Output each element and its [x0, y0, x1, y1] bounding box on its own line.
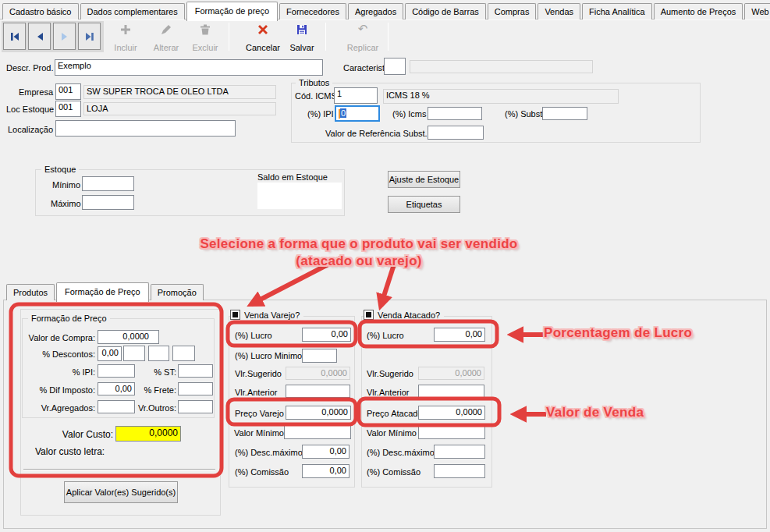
first-record-button[interactable] [3, 23, 26, 50]
empresa-name-field: SW SUPER TROCA DE OLEO LTDA [83, 85, 276, 99]
valor-ref-label: Valor de Referência Subst. [325, 129, 428, 138]
dif-imposto-label: % Dif Imposto: [30, 385, 95, 395]
tab-agregados[interactable]: Agregados [348, 3, 403, 20]
tab-web[interactable]: Web [744, 3, 770, 20]
venda-atacado-checkbox[interactable] [364, 310, 374, 320]
subtab-promocao[interactable]: Promoção [151, 284, 204, 300]
empresa-code-input[interactable]: 001 [55, 83, 81, 100]
record-navigator [2, 21, 104, 52]
varejo-desc-max-input[interactable]: 0,00 [302, 445, 350, 459]
tab-fornecedores[interactable]: Fornecedores [279, 3, 346, 20]
subtab-formacao-de-preco[interactable]: Formação de Preço [56, 282, 149, 302]
tab-compras[interactable]: Compras [488, 3, 537, 20]
descr-prod-label: Descr. Prod. [6, 63, 54, 73]
varejo-comissao-label: (%) Comissão [235, 467, 289, 477]
tab-aumento-de-precos[interactable]: Aumento de Preços [654, 3, 743, 20]
venda-atacado-group [361, 316, 492, 488]
desconto-3-input[interactable] [148, 346, 169, 361]
formacao-ipi-input[interactable] [98, 364, 135, 378]
caracteristica-code-input[interactable] [384, 58, 406, 75]
replicar-button[interactable]: ↶ Replicar [340, 23, 385, 52]
incluir-button[interactable]: Incluir [105, 23, 147, 52]
atacado-lucro-input[interactable]: 0,00 [434, 328, 485, 342]
icms-pct-label: (%) Icms [392, 109, 426, 119]
descr-prod-input[interactable]: Exemplo [55, 59, 323, 76]
floppy-disk-icon [296, 23, 308, 36]
subtab-produtos[interactable]: Produtos [6, 284, 55, 300]
valor-compra-input[interactable]: 0,0000 [98, 330, 159, 344]
venda-atacado-caption: Venda Atacado? [364, 310, 444, 320]
varejo-sugerido-field: 0,0000 [286, 367, 350, 380]
tab-dados-complementares[interactable]: Dados complementares [80, 3, 185, 20]
estoque-maximo-input[interactable] [82, 195, 134, 210]
atacado-comissao-input[interactable] [434, 464, 485, 478]
estoque-minimo-input[interactable] [82, 176, 134, 191]
tab-formacao-de-preco[interactable]: Formação de preço [186, 2, 278, 21]
atacado-minimo-input[interactable] [418, 425, 485, 439]
tab-ficha-analitica[interactable]: Ficha Analítica [582, 3, 652, 20]
localizacao-input[interactable] [55, 120, 236, 137]
varejo-lucro-min-label: (%) Lucro Minimo [235, 351, 302, 360]
atacado-minimo-label: Valor Mínimo [367, 428, 417, 438]
tab-codigo-de-barras[interactable]: Código de Barras [405, 3, 486, 20]
plus-icon [119, 23, 132, 36]
ajuste-estoque-button[interactable]: Ajuste de Estoque [388, 171, 460, 188]
varejo-lucro-min-input[interactable] [302, 349, 337, 363]
salvar-button[interactable]: Salvar [284, 23, 320, 52]
desconto-2-input[interactable] [123, 346, 145, 361]
varejo-anterior-input[interactable] [286, 385, 350, 398]
cod-icms-input[interactable]: 1 [334, 87, 378, 104]
trash-icon [199, 23, 211, 36]
varejo-comissao-input[interactable]: 0,00 [302, 464, 350, 478]
desconto-1-input[interactable]: 0,00 [98, 346, 122, 361]
agregados-input[interactable] [98, 400, 135, 413]
preco-atacado-label: Preço Atacado [367, 409, 423, 418]
outros-input[interactable] [178, 400, 213, 413]
valor-ref-input[interactable] [428, 126, 484, 140]
tabstrip-divider-highlight [0, 20, 770, 20]
undo-arrow-icon: ↶ [358, 23, 368, 34]
varejo-lucro-input[interactable]: 0,00 [302, 328, 351, 342]
venda-varejo-checkbox[interactable] [230, 310, 240, 320]
st-input[interactable] [178, 364, 213, 378]
alterar-button[interactable]: Alterar [148, 23, 184, 52]
icms-pct-input[interactable] [428, 107, 482, 120]
varejo-minimo-input[interactable] [284, 425, 351, 439]
tab-cadastro-basico[interactable]: Cadastro básico [2, 3, 79, 20]
loc-estoque-code-input[interactable]: 001 [55, 101, 81, 117]
atacado-comissao-label: (%) Comissão [367, 467, 420, 477]
formacao-ipi-label: % IPI: [47, 367, 95, 377]
saldo-estoque-field [257, 183, 342, 209]
venda-varejo-caption: Venda Varejo? [230, 310, 303, 320]
preco-varejo-input[interactable]: 0,0000 [286, 406, 351, 420]
annotation-valor-venda: Valor de Venda [546, 405, 644, 420]
window: { "tabs": { "items": ["Cadastro básico",… [0, 0, 770, 532]
agregados-label: Vr.Agregados: [23, 403, 95, 413]
last-record-button[interactable] [78, 23, 101, 50]
atacado-sugerido-field: 0,0000 [418, 367, 484, 380]
atacado-anterior-input[interactable] [418, 385, 484, 398]
subst-input[interactable] [542, 107, 587, 120]
incluir-label: Incluir [114, 43, 137, 52]
cancelar-button[interactable]: Cancelar [240, 23, 286, 52]
sub-tabstrip: Produtos Formação de Preço Promoção [6, 282, 205, 300]
ipi-label: (%) IPI [307, 109, 334, 119]
next-record-button[interactable] [53, 23, 76, 50]
atacado-desc-max-input[interactable] [434, 445, 485, 459]
excluir-button[interactable]: Excluir [186, 23, 225, 52]
aplicar-sugeridos-button[interactable]: Aplicar Valor(es) Sugerido(s) [64, 481, 178, 503]
preco-atacado-input[interactable]: 0,0000 [418, 406, 485, 420]
first-record-icon [9, 30, 21, 43]
etiquetas-button[interactable]: Etiquetas [388, 196, 460, 213]
ipi-input-focused[interactable]: 0 [335, 105, 380, 122]
frete-input[interactable] [178, 382, 213, 395]
estoque-group-title: Estoque [41, 165, 79, 174]
atacado-lucro-label: (%) Lucro [367, 331, 404, 340]
valor-custo-letra-label: Valor custo letra: [35, 446, 105, 457]
desconto-4-input[interactable] [172, 346, 195, 361]
dif-imposto-input[interactable]: 0,00 [98, 382, 135, 395]
tab-vendas[interactable]: Vendas [538, 3, 580, 20]
annotation-select-line2: (atacado ou varejo) [296, 254, 422, 268]
previous-record-button[interactable] [28, 23, 51, 50]
replicar-label: Replicar [347, 43, 378, 52]
